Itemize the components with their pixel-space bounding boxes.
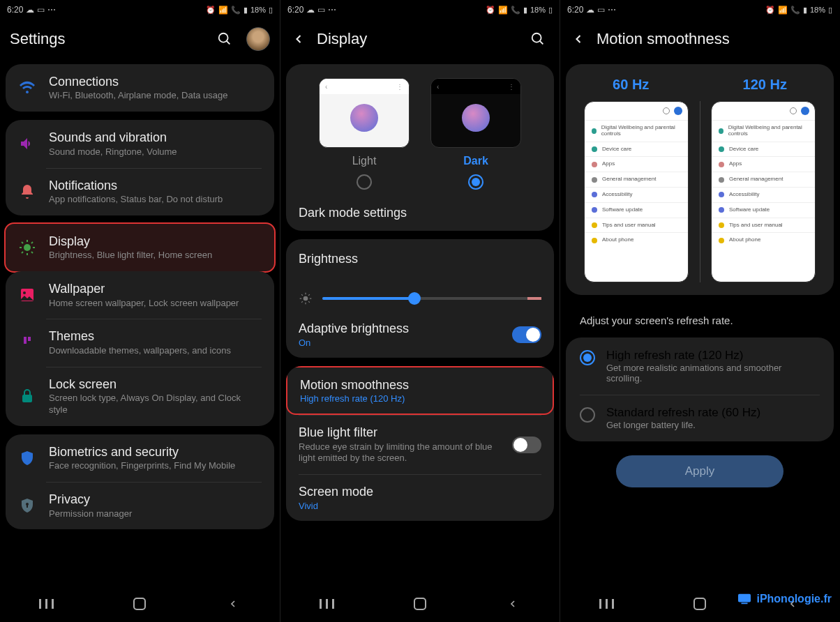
svg-rect-39 (738, 594, 751, 602)
settings-group: Biometrics and securityFace recognition,… (6, 434, 274, 530)
settings-row-themes[interactable]: ThemesDownloadable themes, wallpapers, a… (6, 319, 274, 366)
settings-row-privacy[interactable]: PrivacyPermission manager (6, 482, 274, 529)
settings-group: WallpaperHome screen wallpaper, Lock scr… (6, 271, 274, 426)
blue-light-row[interactable]: Blue light filterReduce eye strain by li… (286, 415, 554, 474)
settings-row-biometrics-and-security[interactable]: Biometrics and securityFace recognition,… (6, 434, 274, 482)
preview-row: Digital Wellbeing and parental controls (585, 120, 688, 142)
hz-60-label: 60 Hz (613, 77, 649, 93)
sun-icon (299, 291, 313, 305)
refresh-option-1[interactable]: Standard refresh rate (60 Hz)Get longer … (566, 395, 834, 441)
settings-list[interactable]: ConnectionsWi-Fi, Bluetooth, Airplane mo… (0, 59, 280, 586)
settings-row-sounds-and-vibration[interactable]: Sounds and vibrationSound mode, Ringtone… (6, 120, 274, 167)
preview-row: About phone (712, 232, 815, 248)
battery-pct: 18% (250, 6, 266, 14)
option-radio[interactable] (580, 407, 595, 423)
settings-group: Sounds and vibrationSound mode, Ringtone… (6, 120, 274, 215)
settings-row-display[interactable]: DisplayBrightness, Blue light filter, Ho… (6, 224, 274, 271)
preview-row: Accessibility (712, 187, 815, 202)
option-radio[interactable] (580, 350, 595, 365)
nav-home[interactable] (399, 594, 441, 614)
nav-recents[interactable] (586, 594, 628, 614)
nav-home[interactable] (679, 594, 721, 614)
apply-button[interactable]: Apply (616, 455, 783, 487)
image-icon (18, 286, 36, 304)
nav-bar (280, 586, 560, 622)
svg-point-0 (219, 33, 228, 43)
adaptive-brightness-row[interactable]: Adaptive brightnessOn (286, 311, 554, 357)
wifi-icon: 📶 (218, 6, 228, 15)
bluefilter-toggle[interactable] (512, 437, 541, 453)
preview-row: Device care (712, 142, 815, 157)
dark-mode-settings-row[interactable]: Dark mode settings (286, 195, 554, 231)
shield-icon (18, 449, 36, 467)
svg-line-10 (31, 242, 33, 243)
svg-rect-32 (326, 599, 328, 609)
refresh-option-0[interactable]: High refresh rate (120 Hz)Get more reali… (566, 337, 834, 395)
preview-row: General management (712, 172, 815, 187)
settings-row-wallpaper[interactable]: WallpaperHome screen wallpaper, Lock scr… (6, 271, 274, 319)
theme-label-dark: Dark (463, 155, 488, 167)
preview-row: Apps (585, 156, 688, 172)
settings-row-connections[interactable]: ConnectionsWi-Fi, Bluetooth, Airplane mo… (6, 64, 274, 112)
light-radio[interactable] (357, 174, 372, 190)
svg-line-21 (540, 41, 543, 45)
avatar-icon (674, 107, 682, 115)
svg-rect-33 (332, 599, 334, 609)
avatar-icon (801, 107, 809, 115)
svg-line-28 (308, 302, 310, 303)
motion-content[interactable]: 60 Hz 120 Hz Digital Wellbeing and paren… (560, 59, 839, 586)
display-content[interactable]: ‹⋮ Light ‹⋮ Dark Dark mode settings Brig (280, 59, 560, 586)
svg-rect-31 (320, 599, 322, 609)
dark-radio[interactable] (468, 174, 483, 190)
brightness-card: Brightness Adaptive brightnessOn (286, 239, 554, 357)
brightness-slider[interactable] (286, 279, 554, 311)
theme-dark-option[interactable]: ‹⋮ Dark (430, 78, 521, 190)
svg-line-30 (308, 295, 310, 296)
search-button[interactable] (213, 27, 237, 51)
nav-recents[interactable] (26, 594, 68, 614)
sound-icon (18, 135, 36, 153)
svg-line-1 (227, 41, 230, 45)
svg-rect-34 (414, 598, 426, 609)
motion-smoothness-row[interactable]: Motion smoothnessHigh refresh rate (120 … (286, 366, 554, 415)
settings-row-notifications[interactable]: NotificationsApp notifications, Status b… (6, 168, 274, 215)
display-header: Display (280, 20, 560, 59)
nav-home[interactable] (119, 594, 160, 614)
profile-avatar[interactable] (246, 27, 270, 51)
motion-description: Adjust your screen's refresh rate. (566, 303, 834, 337)
adaptive-toggle[interactable] (512, 326, 541, 343)
preview-row: General management (585, 172, 688, 187)
alarm-icon: ⏰ (206, 6, 216, 15)
nav-bar (0, 586, 280, 622)
back-button[interactable] (290, 31, 307, 47)
settings-row-lock-screen[interactable]: Lock screenScreen lock type, Always On D… (6, 367, 274, 426)
refresh-options-card: High refresh rate (120 Hz)Get more reali… (566, 337, 834, 441)
screen-card: Motion smoothnessHigh refresh rate (120 … (286, 366, 554, 521)
back-button[interactable] (570, 31, 587, 47)
preview-row: Tips and user manual (712, 218, 815, 233)
page-title: Settings (10, 30, 203, 48)
status-time: 6:20 (7, 5, 23, 15)
battery-icon: ▯ (269, 6, 273, 15)
nav-back[interactable] (492, 594, 534, 614)
panel-motion: 6:20☁▭⋯ ⏰📶📞▮18%▯ Motion smoothness 60 Hz… (560, 0, 839, 622)
chat-icon: ▭ (37, 5, 45, 15)
screen-mode-row[interactable]: Screen modeVivid (286, 474, 554, 520)
svg-rect-17 (45, 599, 47, 609)
svg-rect-40 (742, 602, 748, 604)
slider-track[interactable] (322, 297, 541, 300)
nav-recents[interactable] (306, 594, 348, 614)
preview-row: Device care (585, 142, 688, 157)
search-button[interactable] (526, 27, 550, 51)
wifi-icon (18, 79, 36, 97)
brightness-icon (18, 238, 36, 257)
status-bar: 6:20☁▭⋯ ⏰📶📞▮18%▯ (280, 0, 560, 20)
preview-row: Digital Wellbeing and parental controls (712, 120, 815, 142)
preview-row: Software update (585, 202, 688, 218)
light-preview: ‹⋮ (319, 78, 410, 148)
svg-line-7 (22, 242, 23, 243)
svg-rect-36 (606, 599, 608, 609)
svg-line-9 (22, 252, 23, 253)
nav-back[interactable] (212, 594, 254, 614)
theme-light-option[interactable]: ‹⋮ Light (319, 78, 410, 190)
